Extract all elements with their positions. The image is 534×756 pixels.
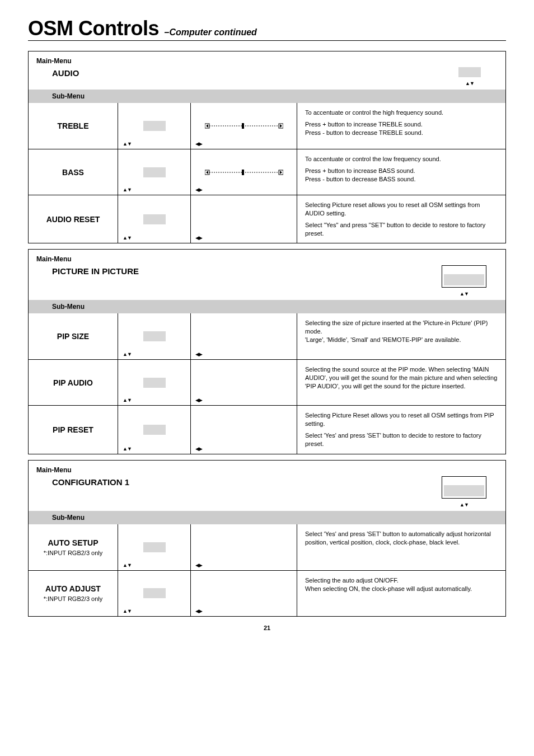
table-row: PIP RESET ▲▼◀▶Selecting Picture Reset al… — [29, 405, 505, 453]
table-row: AUTO ADJUST*:INPUT RGB2/3 only ▲▼◀▶Selec… — [29, 570, 505, 616]
section-icon-area: ▲▼ — [148, 67, 498, 86]
svg-marker-11 — [280, 171, 282, 174]
row-description: Selecting the sound source at the PIP mo… — [297, 360, 505, 405]
svg-marker-5 — [280, 124, 282, 128]
section-box: Main-MenuAUDIO ▲▼ Sub-MenuTREBLE ▲▼ ◀▶To… — [28, 51, 506, 243]
leftright-icon: ◀▶ — [195, 608, 202, 614]
leftright-icon: ◀▶ — [195, 351, 202, 357]
slider-icon — [205, 122, 283, 130]
row-icon-cell: ▲▼ — [118, 103, 191, 149]
table-row: AUDIO RESET ▲▼◀▶Selecting Picture reset … — [29, 195, 505, 243]
row-slider-cell: ◀▶ — [191, 571, 297, 616]
row-note: *:INPUT RGB2/3 only — [44, 595, 103, 602]
description-text: Press + button to increase TREBLE sound.… — [305, 120, 498, 137]
page-number: 21 — [28, 624, 506, 631]
row-slider-cell: ◀▶ — [191, 103, 297, 149]
row-icon — [143, 214, 166, 224]
sub-menu-header: Sub-Menu — [29, 300, 505, 313]
row-icon-cell: ▲▼ — [118, 195, 191, 243]
row-description: Selecting Picture reset allows you to re… — [297, 195, 505, 243]
row-icon — [143, 425, 166, 435]
updown-icon: ▲▼ — [465, 81, 474, 86]
row-label: BASS — [29, 149, 118, 195]
description-text: Selecting the sound source at the PIP mo… — [305, 365, 498, 391]
row-slider-cell: ◀▶ — [191, 149, 297, 195]
section-title: PICTURE IN PICTURE — [36, 265, 148, 276]
description-text: To accentuate or control the low frequen… — [305, 155, 498, 163]
row-label: AUTO ADJUST*:INPUT RGB2/3 only — [29, 571, 118, 616]
row-description: To accentuate or control the high freque… — [297, 103, 505, 149]
section-title: AUDIO — [36, 67, 148, 78]
row-slider-cell: ◀▶ — [191, 313, 297, 359]
description-text: Select 'Yes' and press 'SET' button to d… — [305, 431, 498, 448]
table-row: PIP AUDIO ▲▼◀▶Selecting the sound source… — [29, 359, 505, 405]
leftright-icon: ◀▶ — [195, 446, 202, 452]
updown-icon: ▲▼ — [123, 235, 132, 241]
slider-icon — [205, 168, 283, 176]
row-icon — [143, 331, 166, 341]
row-label: PIP AUDIO — [29, 360, 118, 405]
main-menu-label: Main-Menu — [29, 51, 505, 67]
description-text: Selecting Picture reset allows you to re… — [305, 201, 498, 218]
section-icon — [442, 265, 486, 288]
leftright-icon: ◀▶ — [195, 562, 202, 568]
updown-icon: ▲▼ — [123, 187, 132, 192]
row-label: PIP SIZE — [29, 313, 118, 359]
row-slider-cell: ◀▶ — [191, 360, 297, 405]
table-row: TREBLE ▲▼ ◀▶To accentuate or control the… — [29, 103, 505, 149]
updown-icon: ▲▼ — [123, 141, 132, 147]
row-icon-cell: ▲▼ — [118, 360, 191, 405]
row-description: Selecting the auto adjust ON/OFF.When se… — [297, 571, 505, 616]
row-icon — [143, 588, 166, 598]
main-menu-row: PICTURE IN PICTURE ▲▼ — [29, 265, 505, 300]
updown-icon: ▲▼ — [460, 502, 469, 508]
description-text: Press + button to increase BASS sound.Pr… — [305, 167, 498, 184]
main-menu-label: Main-Menu — [29, 461, 505, 476]
section-icon — [442, 476, 486, 499]
row-label: AUDIO RESET — [29, 195, 118, 243]
row-description: To accentuate or control the low frequen… — [297, 149, 505, 195]
row-label: AUTO SETUP*:INPUT RGB2/3 only — [29, 524, 118, 570]
updown-icon: ▲▼ — [123, 351, 132, 357]
row-icon — [143, 378, 166, 388]
page-title: OSM Controls –Computer continued — [28, 17, 506, 40]
title-sub: –Computer continued — [165, 27, 257, 37]
row-description: Selecting Picture Reset allows you to re… — [297, 406, 505, 453]
row-icon — [143, 121, 166, 131]
row-label: TREBLE — [29, 103, 118, 149]
row-icon-cell: ▲▼ — [118, 571, 191, 616]
main-menu-row: AUDIO ▲▼ — [29, 67, 505, 90]
main-menu-label: Main-Menu — [29, 250, 505, 265]
section-icon — [458, 67, 481, 77]
main-menu-row: CONFIGURATION 1 ▲▼ — [29, 476, 505, 511]
row-icon-cell: ▲▼ — [118, 406, 191, 453]
updown-icon: ▲▼ — [460, 291, 469, 297]
svg-rect-3 — [242, 123, 244, 129]
title-rule — [28, 40, 506, 41]
row-icon-cell: ▲▼ — [118, 313, 191, 359]
leftright-icon: ◀▶ — [195, 141, 202, 147]
section-title: CONFIGURATION 1 — [36, 476, 148, 487]
leftright-icon: ◀▶ — [195, 187, 202, 192]
svg-marker-7 — [206, 171, 208, 174]
description-text: Selecting Picture Reset allows you to re… — [305, 411, 498, 428]
sub-menu-header: Sub-Menu — [29, 90, 505, 103]
row-note: *:INPUT RGB2/3 only — [44, 550, 103, 556]
description-text: Selecting the size of picture inserted a… — [305, 319, 498, 344]
table-row: AUTO SETUP*:INPUT RGB2/3 only ▲▼◀▶Select… — [29, 524, 505, 570]
row-icon — [143, 542, 166, 552]
leftright-icon: ◀▶ — [195, 397, 202, 403]
section-box: Main-MenuCONFIGURATION 1 ▲▼ Sub-MenuAUTO… — [28, 460, 506, 617]
sub-menu-header: Sub-Menu — [29, 511, 505, 524]
row-slider-cell: ◀▶ — [191, 195, 297, 243]
description-text: To accentuate or control the high freque… — [305, 109, 498, 117]
section-icon-area: ▲▼ — [148, 476, 498, 508]
updown-icon: ▲▼ — [123, 608, 132, 614]
description-text: Selecting the auto adjust ON/OFF.When se… — [305, 576, 498, 593]
table-row: PIP SIZE ▲▼◀▶Selecting the size of pictu… — [29, 313, 505, 359]
updown-icon: ▲▼ — [123, 562, 132, 568]
description-text: Select 'Yes' and press 'SET' button to a… — [305, 530, 498, 547]
table-row: BASS ▲▼ ◀▶To accentuate or control the l… — [29, 149, 505, 195]
row-icon-cell: ▲▼ — [118, 149, 191, 195]
row-slider-cell: ◀▶ — [191, 406, 297, 453]
